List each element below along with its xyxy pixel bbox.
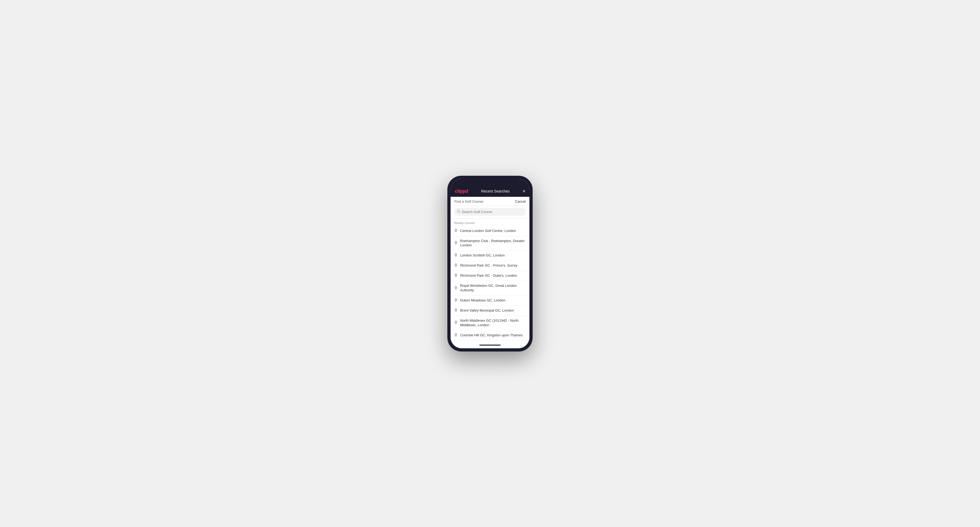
home-indicator: [450, 343, 530, 348]
course-item[interactable]: Richmond Park GC - Prince's, Surrey: [450, 261, 530, 271]
course-item[interactable]: Central London Golf Centre, London: [450, 226, 530, 236]
course-item[interactable]: Richmond Park GC - Duke's, London: [450, 271, 530, 281]
content-area: Find a Golf Course Cancel Nearby: [450, 197, 530, 343]
app-header: clippd Recent Searches ≡: [450, 186, 530, 197]
course-name: Richmond Park GC - Duke's, London: [460, 273, 517, 278]
pin-icon: [454, 333, 458, 338]
app-logo: clippd: [455, 189, 468, 194]
course-item[interactable]: Roehampton Club - Roehampton, Greater Lo…: [450, 236, 530, 251]
course-name: Richmond Park GC - Prince's, Surrey: [460, 264, 517, 268]
search-icon: [457, 210, 460, 214]
header-title: Recent Searches: [481, 189, 510, 193]
course-name: Central London Golf Centre, London: [460, 229, 516, 233]
hamburger-icon[interactable]: ≡: [523, 189, 525, 193]
pin-icon: [454, 264, 458, 268]
course-item[interactable]: Royal Wimbledon GC, Great London Authori…: [450, 281, 530, 295]
find-label: Find a Golf Course: [454, 200, 483, 203]
nearby-section-header: Nearby courses: [450, 219, 530, 226]
find-bar: Find a Golf Course Cancel: [450, 197, 530, 206]
course-item[interactable]: Coombe Hill GC, Kingston upon Thames: [450, 330, 530, 341]
course-name: London Scottish GC, London: [460, 253, 505, 258]
pin-icon: [454, 298, 458, 303]
course-item[interactable]: Dukes Meadows GC, London: [450, 295, 530, 306]
pin-icon: [454, 273, 458, 278]
phone-device: clippd Recent Searches ≡ Find a Golf Cou…: [447, 176, 533, 351]
search-bar-wrapper: [450, 206, 530, 219]
pin-icon: [454, 286, 458, 290]
course-name: Royal Wimbledon GC, Great London Authori…: [460, 284, 526, 293]
course-item[interactable]: North Middlesex GC (1011942 - North Midd…: [450, 316, 530, 330]
pin-icon: [454, 229, 458, 233]
course-name: Dukes Meadows GC, London: [460, 298, 506, 303]
phone-screen: clippd Recent Searches ≡ Find a Golf Cou…: [450, 179, 530, 348]
svg-line-1: [459, 212, 460, 213]
pin-icon: [454, 308, 458, 313]
cancel-button[interactable]: Cancel: [515, 200, 526, 203]
nearby-courses-section: Nearby courses Central London Golf Centr…: [450, 219, 530, 343]
course-name: Roehampton Club - Roehampton, Greater Lo…: [460, 239, 526, 248]
course-item[interactable]: Brent Valley Municipal GC, London: [450, 306, 530, 316]
home-bar: [479, 344, 501, 346]
pin-icon: [454, 253, 458, 258]
course-item[interactable]: London Scottish GC, London: [450, 251, 530, 261]
pin-icon: [454, 241, 458, 246]
course-name: North Middlesex GC (1011942 - North Midd…: [460, 319, 526, 327]
course-name: Coombe Hill GC, Kingston upon Thames: [460, 333, 523, 338]
pin-icon: [454, 321, 458, 325]
search-input-container[interactable]: [454, 208, 526, 216]
course-name: Brent Valley Municipal GC, London: [460, 308, 514, 313]
notch-bar: [477, 180, 503, 185]
svg-point-0: [457, 210, 459, 212]
phone-notch: [450, 179, 530, 186]
search-input[interactable]: [462, 210, 523, 214]
